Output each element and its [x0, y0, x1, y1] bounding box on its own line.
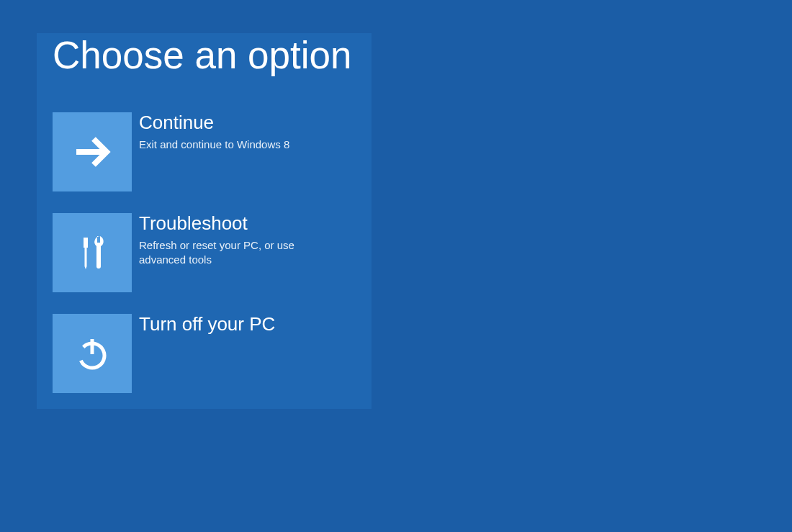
power-icon — [73, 334, 112, 373]
options-panel: Choose an option Continue Exit and conti… — [37, 33, 372, 409]
option-troubleshoot-text: Troubleshoot Refresh or reset your PC, o… — [139, 213, 297, 267]
svg-rect-2 — [85, 248, 87, 266]
option-continue-desc: Exit and continue to Windows 8 — [139, 137, 289, 152]
option-turn-off[interactable]: Turn off your PC — [53, 314, 355, 393]
option-turn-off-tile — [53, 314, 132, 393]
option-continue-text: Continue Exit and continue to Windows 8 — [139, 112, 289, 152]
option-turn-off-text: Turn off your PC — [139, 314, 275, 339]
arrow-right-icon — [71, 130, 114, 173]
option-troubleshoot-desc: Refresh or reset your PC, or use advance… — [139, 238, 297, 268]
option-continue[interactable]: Continue Exit and continue to Windows 8 — [53, 112, 355, 191]
page-title: Choose an option — [53, 33, 372, 76]
option-troubleshoot-title: Troubleshoot — [139, 213, 297, 234]
option-turn-off-title: Turn off your PC — [139, 314, 275, 335]
tools-icon — [73, 233, 112, 272]
svg-rect-1 — [84, 238, 88, 248]
option-troubleshoot[interactable]: Troubleshoot Refresh or reset your PC, o… — [53, 213, 355, 292]
option-continue-tile — [53, 112, 132, 191]
svg-marker-3 — [85, 266, 87, 269]
option-troubleshoot-tile — [53, 213, 132, 292]
option-continue-title: Continue — [139, 112, 289, 133]
